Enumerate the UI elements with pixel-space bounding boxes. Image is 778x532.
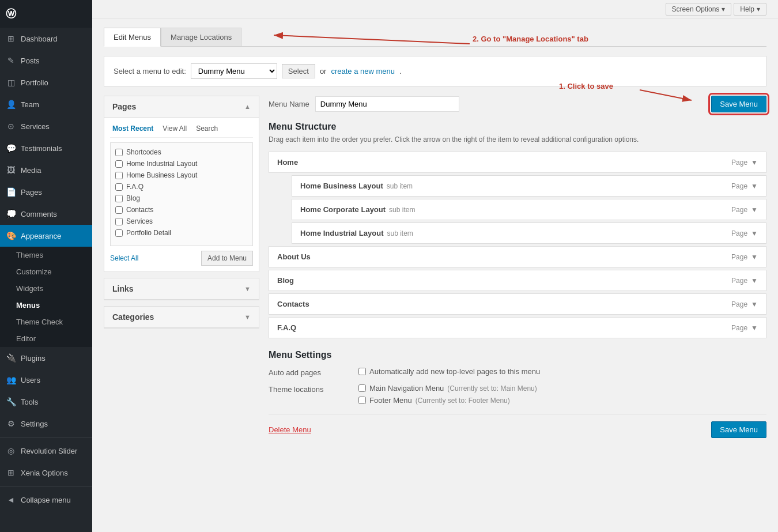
menu-item-faq-type: Page	[731, 324, 747, 332]
list-item: Blog	[114, 193, 249, 204]
submenu-menus[interactable]: Menus	[0, 297, 92, 314]
menu-item-home-corporate-chevron[interactable]: ▼	[751, 206, 758, 214]
sidebar-item-portfolio[interactable]: ◫ Portfolio	[0, 71, 92, 93]
sidebar-item-settings[interactable]: ⚙ Settings	[0, 413, 92, 435]
menu-item-contacts-label: Contacts	[277, 300, 309, 308]
pages-footer: Select All Add to Menu	[110, 251, 253, 266]
page-checkbox-faq[interactable]	[115, 183, 123, 191]
sidebar-collapse-menu[interactable]: ◄ Collapse menu	[0, 489, 92, 511]
pages-accordion-header[interactable]: Pages ▲	[104, 96, 259, 118]
links-accordion-header[interactable]: Links ▼	[104, 278, 259, 300]
pages-accordion-title: Pages	[112, 102, 136, 111]
menu-item-faq-chevron[interactable]: ▼	[751, 324, 758, 332]
sidebar-item-dashboard[interactable]: ⊞ Dashboard	[0, 28, 92, 50]
menu-item-home-business-sublabel: sub item	[387, 182, 413, 190]
menu-item-blog-left: Blog	[277, 276, 294, 285]
sidebar-item-tools[interactable]: 🔧 Tools	[0, 391, 92, 413]
menu-item-home: Home Page ▼	[269, 152, 766, 173]
menu-item-home-industrial-sublabel: sub item	[387, 229, 413, 237]
submenu-customize[interactable]: Customize	[0, 263, 92, 280]
menu-item-home-business-type: Page	[731, 182, 747, 190]
create-new-menu-link[interactable]: create a new menu	[331, 67, 395, 76]
select-menu-label: Select a menu to edit:	[114, 67, 186, 76]
xenia-options-icon: ⊞	[6, 467, 16, 478]
settings-icon: ⚙	[6, 418, 16, 429]
pages-list[interactable]: Shortcodes Home Industrial Layout Home B…	[110, 142, 253, 246]
tab-edit-menus[interactable]: Edit Menus	[104, 28, 161, 47]
page-checkbox-shortcodes[interactable]	[115, 149, 123, 156]
menu-item-about-us-right: Page ▼	[731, 253, 758, 261]
menu-name-label: Menu Name	[269, 100, 309, 108]
page-checkbox-services[interactable]	[115, 218, 123, 225]
page-content: Edit Menus Manage Locations 2. Go to "Ma…	[92, 18, 778, 532]
sidebar-item-comments[interactable]: 💭 Comments	[0, 203, 92, 225]
sidebar-item-pages[interactable]: 📄 Pages	[0, 181, 92, 203]
submenu-theme-check[interactable]: Theme Check	[0, 314, 92, 330]
pages-tab-most-recent[interactable]: Most Recent	[110, 123, 156, 134]
menu-item-home-corporate-left: Home Corporate Layout sub item	[300, 205, 415, 214]
submenu-themes[interactable]: Themes	[0, 247, 92, 263]
screen-options-button[interactable]: Screen Options ▾	[666, 3, 732, 16]
pages-chevron-icon: ▲	[244, 103, 251, 110]
help-chevron: ▾	[757, 5, 760, 13]
menu-item-home-chevron[interactable]: ▼	[751, 159, 758, 167]
menu-name-section: Menu Name Save Menu	[269, 96, 766, 112]
auto-add-label: Auto add pages	[269, 367, 349, 377]
sidebar-item-team[interactable]: 👤 Team	[0, 93, 92, 115]
page-checkbox-home-industrial[interactable]	[115, 160, 123, 168]
select-all-link[interactable]: Select All	[110, 254, 138, 262]
page-label-home-industrial: Home Industrial Layout	[126, 160, 197, 168]
auto-add-checkbox[interactable]	[358, 368, 366, 375]
menu-item-home-corporate-label: Home Corporate Layout	[300, 205, 386, 214]
sidebar-item-media[interactable]: 🖼 Media	[0, 159, 92, 181]
menu-item-home-corporate-right: Page ▼	[731, 206, 758, 214]
revolution-slider-icon: ◎	[6, 446, 16, 456]
save-menu-button[interactable]: Save Menu	[711, 96, 766, 112]
categories-accordion-header[interactable]: Categories ▼	[104, 307, 259, 328]
sidebar-item-plugins[interactable]: 🔌 Plugins	[0, 347, 92, 369]
submenu-widgets[interactable]: Widgets	[0, 280, 92, 297]
delete-menu-link[interactable]: Delete Menu	[269, 425, 311, 434]
pages-tab-view-all[interactable]: View All	[160, 123, 189, 134]
sidebar-item-users[interactable]: 👥 Users	[0, 369, 92, 391]
services-icon: ⊙	[6, 121, 16, 131]
menu-item-about-us-chevron[interactable]: ▼	[751, 253, 758, 261]
menu-item-contacts-chevron[interactable]: ▼	[751, 300, 758, 308]
sidebar-item-testimonials[interactable]: 💬 Testimonials	[0, 137, 92, 159]
add-to-menu-button[interactable]: Add to Menu	[201, 251, 253, 266]
menu-settings-title: Menu Settings	[269, 350, 766, 360]
menu-item-about-us-left: About Us	[277, 252, 311, 261]
menu-select[interactable]: Dummy Menu	[191, 63, 277, 79]
sidebar-item-posts[interactable]: ✎ Posts	[0, 50, 92, 71]
page-label-blog: Blog	[126, 194, 140, 202]
menu-structure-desc: Drag each item into the order you prefer…	[269, 135, 766, 144]
page-checkbox-home-business[interactable]	[115, 172, 123, 179]
page-checkbox-contacts[interactable]	[115, 206, 123, 214]
save-menu-button-2[interactable]: Save Menu	[711, 421, 766, 438]
sidebar-item-xenia-options[interactable]: ⊞ Xenia Options	[0, 462, 92, 484]
page-checkbox-blog[interactable]	[115, 195, 123, 202]
submenu-editor[interactable]: Editor	[0, 330, 92, 347]
page-checkbox-portfolio-detail[interactable]	[115, 229, 123, 237]
menu-item-contacts: Contacts Page ▼	[269, 293, 766, 315]
select-button[interactable]: Select	[282, 64, 315, 78]
auto-add-checkbox-text: Automatically add new top-level pages to…	[369, 367, 540, 376]
tab-manage-locations[interactable]: Manage Locations	[161, 28, 241, 46]
help-button[interactable]: Help ▾	[734, 3, 766, 16]
sidebar-item-revolution-slider[interactable]: ◎ Revolution Slider	[0, 440, 92, 462]
auto-add-pages-row: Auto add pages Automatically add new top…	[269, 367, 766, 377]
menu-item-home-business-chevron[interactable]: ▼	[751, 182, 758, 190]
tools-icon: 🔧	[6, 397, 16, 407]
team-icon: 👤	[6, 99, 16, 110]
menu-item-blog-chevron[interactable]: ▼	[751, 277, 758, 285]
sidebar-item-services[interactable]: ⊙ Services	[0, 115, 92, 137]
menu-name-input[interactable]	[315, 96, 459, 112]
menu-item-faq: F.A.Q Page ▼	[269, 317, 766, 338]
menu-item-home-industrial-chevron[interactable]: ▼	[751, 229, 758, 237]
pages-tab-search[interactable]: Search	[194, 123, 220, 134]
menu-structure-title: Menu Structure	[269, 122, 766, 132]
sidebar-item-appearance[interactable]: 🎨 Appearance	[0, 225, 92, 247]
footer-menu-checkbox[interactable]	[358, 397, 366, 404]
menu-item-home-corporate: Home Corporate Layout sub item Page ▼	[292, 199, 766, 220]
main-nav-checkbox[interactable]	[358, 384, 366, 392]
